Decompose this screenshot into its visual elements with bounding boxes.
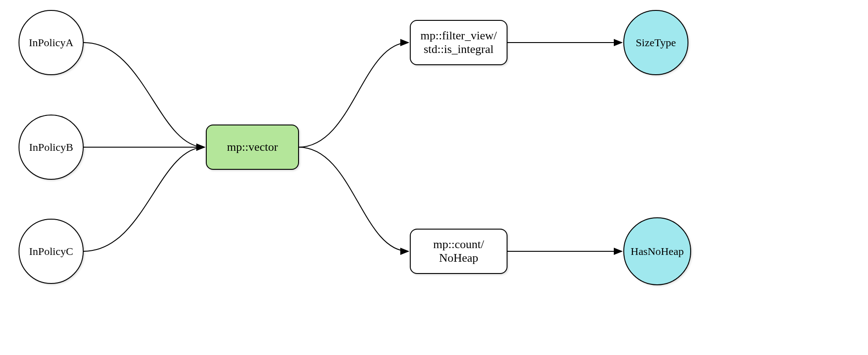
node-label: HasNoHeap bbox=[631, 245, 683, 258]
node-in-policy-b: InPolicyB bbox=[19, 115, 84, 180]
node-label: mp::vector bbox=[227, 140, 278, 154]
node-label: mp::filter_view/ std::is_integral bbox=[421, 29, 497, 56]
edge-vector-count bbox=[299, 147, 408, 251]
edge-policyC-vector bbox=[84, 147, 204, 251]
node-label: mp::count/ NoHeap bbox=[433, 238, 484, 265]
node-filter-view: mp::filter_view/ std::is_integral bbox=[410, 20, 508, 65]
node-size-type: SizeType bbox=[623, 10, 688, 75]
edge-vector-filterview bbox=[299, 43, 408, 147]
node-in-policy-c: InPolicyC bbox=[19, 219, 84, 284]
node-label: InPolicyC bbox=[29, 245, 73, 258]
edge-policyA-vector bbox=[84, 43, 204, 147]
node-count-noheap: mp::count/ NoHeap bbox=[410, 229, 508, 274]
node-has-no-heap: HasNoHeap bbox=[623, 217, 691, 285]
node-label: SizeType bbox=[636, 37, 676, 49]
node-label: InPolicyB bbox=[29, 141, 73, 154]
node-label: InPolicyA bbox=[29, 37, 74, 49]
node-mp-vector: mp::vector bbox=[206, 125, 299, 170]
node-in-policy-a: InPolicyA bbox=[19, 10, 84, 75]
